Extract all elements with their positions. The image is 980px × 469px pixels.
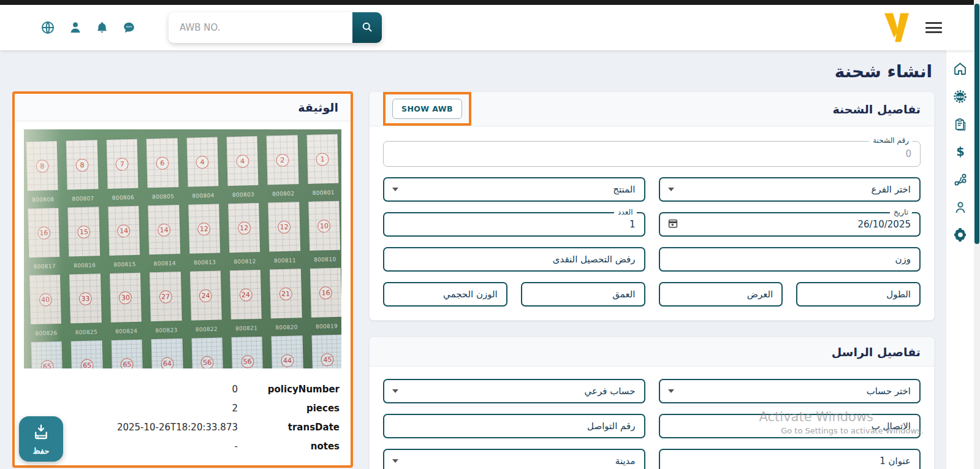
new-badge-gear-icon[interactable]: NEW xyxy=(952,89,968,104)
network-branch-icon[interactable] xyxy=(953,172,968,187)
main-content: انشاء شحنة تفاصيل الشحنة SHOW AWB رقم ال… xyxy=(0,50,946,469)
document-image[interactable]: 1244678880080180080280080380080480080580… xyxy=(24,129,341,368)
weight-field[interactable]: وزن xyxy=(659,247,921,272)
window-top-strip xyxy=(0,0,980,5)
user-icon[interactable] xyxy=(69,21,82,34)
save-button[interactable]: حفظ xyxy=(19,416,63,462)
chevron-down-icon xyxy=(392,188,398,191)
orders-clipboard-icon[interactable] xyxy=(953,117,967,132)
chevron-down-icon xyxy=(392,459,398,463)
svg-text:NEW: NEW xyxy=(956,96,964,99)
awb-search xyxy=(169,12,382,43)
shipment-details-card: تفاصيل الشحنة SHOW AWB رقم الشحنة 0 اختر… xyxy=(369,91,935,321)
document-panel-highlight: الوثيقة 12446788800801800802800803800804… xyxy=(12,91,353,468)
depth-field[interactable]: العمق xyxy=(521,282,645,307)
settings-gear-icon[interactable] xyxy=(953,227,968,242)
count-field[interactable]: العدد 1 xyxy=(383,212,645,237)
chevron-down-icon xyxy=(392,389,398,393)
contact-field[interactable]: الاتصال ب xyxy=(659,414,921,438)
app-header xyxy=(0,5,980,50)
awb-search-button[interactable] xyxy=(352,12,382,43)
awb-search-input[interactable] xyxy=(169,12,352,43)
meta-row: 2025-10-26T18:20:33.873 transDate xyxy=(26,418,340,437)
brand-v-logo[interactable] xyxy=(881,11,913,47)
sender-details-card: تفاصيل الراسل اختر حساب حساب فرعي xyxy=(369,337,935,469)
meta-row: 0 policyNumber xyxy=(26,379,340,398)
product-select[interactable]: المنتج xyxy=(383,177,645,202)
language-globe-icon[interactable] xyxy=(40,20,55,35)
show-awb-highlight: SHOW AWB xyxy=(383,92,471,126)
sender-details-title: تفاصيل الراسل xyxy=(832,345,921,359)
svg-text:$: $ xyxy=(956,145,964,159)
save-icon xyxy=(31,423,51,443)
meta-row: 2 pieces xyxy=(26,398,340,418)
search-icon xyxy=(361,21,373,35)
calendar-icon[interactable] xyxy=(667,218,678,231)
refuse-cod-field[interactable]: رفض التحصيل النقدى xyxy=(383,247,645,272)
date-field[interactable]: تاريخ 26/10/2025 xyxy=(659,212,921,237)
document-meta: 0 policyNumber 2 pieces 2025-10-26T18:20… xyxy=(15,373,351,465)
right-sidebar: NEW $ xyxy=(946,50,974,469)
document-panel-title: الوثيقة xyxy=(15,94,351,121)
shipment-number-field[interactable]: رقم الشحنة 0 xyxy=(383,141,921,167)
profile-person-icon[interactable] xyxy=(953,200,968,215)
meta-row: - notes xyxy=(26,437,340,456)
length-field[interactable]: الطول xyxy=(796,282,921,307)
notifications-bell-icon[interactable] xyxy=(96,21,108,34)
chevron-down-icon xyxy=(668,389,674,393)
chat-icon[interactable] xyxy=(122,21,136,34)
account-select[interactable]: اختر حساب xyxy=(659,379,921,403)
shipment-details-title: تفاصيل الشحنة xyxy=(832,102,921,116)
branch-select[interactable]: اختر الفرع xyxy=(659,177,921,202)
width-field[interactable]: العرض xyxy=(659,282,783,307)
city-select[interactable]: مدينة xyxy=(383,449,645,469)
page-title: انشاء شحنة xyxy=(15,61,932,82)
finance-dollar-icon[interactable]: $ xyxy=(954,145,967,159)
volumetric-weight-field[interactable]: الوزن الحجمي xyxy=(383,282,507,307)
show-awb-button[interactable]: SHOW AWB xyxy=(392,99,462,119)
sub-account-select[interactable]: حساب فرعي xyxy=(383,379,645,403)
home-icon[interactable] xyxy=(952,61,968,76)
address1-field[interactable]: عنوان 1 xyxy=(659,449,921,469)
chevron-down-icon xyxy=(668,188,674,191)
page-scrollbar[interactable] xyxy=(974,0,980,469)
scrollbar-thumb[interactable] xyxy=(974,4,979,244)
menu-hamburger-icon[interactable] xyxy=(925,22,942,36)
document-photo-grid: 1244678880080180080280080380080480080580… xyxy=(24,129,341,368)
contact-number-field[interactable]: رقم التواصل xyxy=(383,414,645,438)
